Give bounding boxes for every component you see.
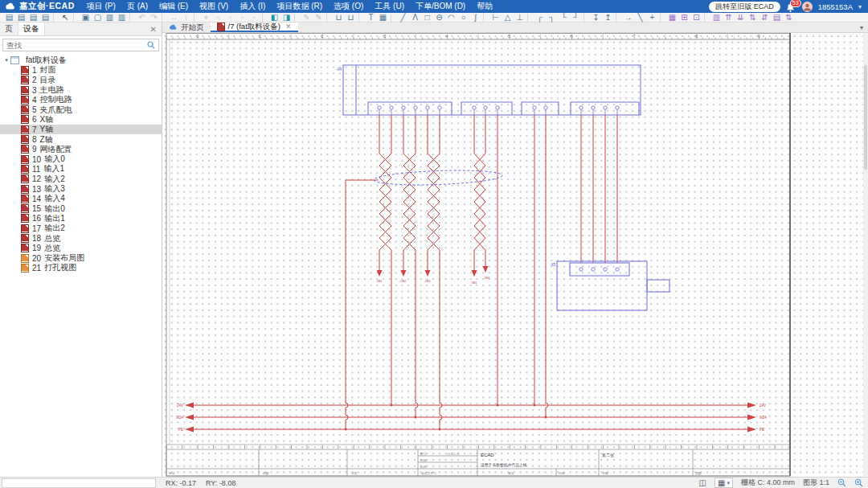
menu-insert[interactable]: 插入 (I) [234,0,271,13]
grid-display-button[interactable]: ▦ ▾ [714,478,733,488]
align-left-icon[interactable]: ▫ [212,13,224,23]
zoom-in-icon[interactable] [854,478,863,487]
bottom-terminal-block[interactable] [557,261,669,310]
corner-br-icon[interactable]: ┘ [570,13,582,23]
sidebar-tab-device[interactable]: 设备 [18,23,45,35]
tree-item-8[interactable]: 8 Z轴 [0,134,162,144]
rect-tool-icon[interactable]: □ [421,13,433,23]
sheet-pages-icon[interactable]: ◫ [699,478,706,487]
toolbar-separator[interactable] [704,14,709,22]
redo-icon[interactable]: ↷ [148,13,160,23]
menu-project[interactable]: 项目 (P) [81,0,121,13]
new-project-icon[interactable]: ▤ [3,13,15,23]
copy-icon[interactable]: ▥ [104,13,116,23]
sidebar-close-icon[interactable]: ✕ [145,25,162,34]
expand-caret-icon[interactable] [2,57,10,64]
menu-help[interactable]: 帮助 [471,0,498,13]
bezier-tool-icon[interactable]: ∫ [469,13,481,23]
toolbar-separator[interactable] [326,14,331,22]
image-tool-icon[interactable]: ▦ [377,13,389,23]
toolbar-separator[interactable] [616,14,620,22]
tree-item-2[interactable]: 2 目录 [0,76,162,85]
toolbar-separator[interactable] [53,14,58,22]
search-input[interactable] [6,41,147,50]
new-page-icon[interactable]: ▤ [15,13,27,23]
menu-edit[interactable]: 编辑 (E) [154,0,194,13]
netport-in-icon[interactable]: ↧ [590,13,602,23]
menu-order-bom[interactable]: 下单/BOM (D) [410,0,471,13]
resequence-icon[interactable]: ⇵ [759,13,771,23]
tree-item-6[interactable]: 6 X轴 [0,115,162,125]
legacy-version-button[interactable]: 跳转至旧版 ECAD [709,2,780,12]
circle-tool-icon[interactable]: ⊖ [433,13,445,23]
move-icon[interactable]: ↔ [168,13,180,23]
status-message-box[interactable] [2,478,156,488]
toolbar-separator[interactable] [262,14,267,22]
toolbar-separator[interactable] [162,14,166,22]
polyline-tool-icon[interactable]: Λ [409,13,421,23]
ground-tool-icon[interactable]: ⊥ [514,13,526,23]
tree-item-12[interactable]: 12 输入2 [0,174,162,184]
tab-list-dropdown-icon[interactable]: ▾ [855,23,868,32]
tree-root-project[interactable]: fat取料设备 [0,55,162,65]
order-cart-icon[interactable]: ⊔ [345,13,357,23]
grid-area-icon[interactable]: ▦ [666,13,678,23]
line-tool-icon[interactable]: ╱ [397,13,409,23]
toolbar-separator[interactable] [294,14,299,22]
grid-select-icon[interactable]: ⊞ [678,13,690,23]
paste-icon[interactable]: ▥ [116,13,128,23]
tree-item-14[interactable]: 14 输入4 [0,194,162,203]
toolbar-separator[interactable] [583,14,588,22]
annotate-icon[interactable]: ✎ [301,13,313,23]
cable-group-ellipse[interactable] [374,169,502,187]
search-icon[interactable] [147,41,155,49]
tree-item-19[interactable]: 19 总览 [0,244,162,253]
vertical-scrollbar[interactable] [863,33,868,477]
user-menu-caret-icon[interactable]: ▾ [858,3,862,10]
select-icon[interactable]: ▢ [92,13,104,23]
renumber-up-icon[interactable]: ⇈ [723,13,735,23]
wires[interactable] [194,115,747,429]
corner-tr-icon[interactable]: ┐ [546,13,558,23]
edit-symbol-icon[interactable]: ✎ [313,13,325,23]
toolbar-separator[interactable] [660,14,665,22]
notifications-button[interactable]: 53 [786,2,796,12]
zoom-out-icon[interactable] [837,478,846,487]
undo-icon[interactable]: ↶ [136,13,148,23]
pin-table-icon[interactable]: ▤ [771,13,783,23]
tree-item-20[interactable]: 20 安装布局图 [0,253,162,263]
toolbar-separator[interactable] [527,14,532,22]
schematic-canvas[interactable]: 01 23 45 67 89 -X4 [162,33,868,477]
toolbar-separator[interactable] [129,14,134,22]
tree-item-3[interactable]: 3 主电路 [0,85,162,95]
text-tool-icon[interactable]: T [365,13,377,23]
menu-tools[interactable]: 工具 (U) [369,0,410,13]
corner-bl-icon[interactable]: └ [558,13,570,23]
arrow-tool-icon[interactable]: → [622,13,634,23]
tree-item-18[interactable]: 18 总览 [0,233,162,243]
scrollbar-thumb[interactable] [864,65,867,170]
corner-tl-icon[interactable]: ┌ [534,13,546,23]
clipboard-icon[interactable]: ▣ [80,13,92,23]
align-grid-icon[interactable]: ⌖ [200,13,212,23]
tree-item-21[interactable]: 21 打孔视图 [0,263,162,273]
netport-out-icon[interactable]: ↥ [602,13,614,23]
menu-page[interactable]: 页 (A) [121,0,154,13]
menu-view[interactable]: 视图 (V) [194,0,234,13]
arc-tool-icon[interactable]: ◠ [445,13,457,23]
leader-line-icon[interactable]: ╲ [634,13,646,23]
tree-item-10[interactable]: 10 输入0 [0,154,162,164]
toolbar-separator[interactable] [194,14,199,22]
save-icon[interactable]: ▤ [27,13,39,23]
drag-icon[interactable]: ↕ [180,13,192,23]
netflag-tool-icon[interactable]: △ [502,13,514,23]
save-all-icon[interactable]: ▤ [39,13,51,23]
tree-item-5[interactable]: 5 夹爪配电 [0,105,162,114]
grid-highlight-icon[interactable]: ⊡ [690,13,702,23]
user-avatar[interactable] [802,2,813,12]
grid-style-icon[interactable]: ◨ [280,13,293,23]
toolbar-separator[interactable] [358,14,363,22]
username-label[interactable]: 1855153A [818,2,853,11]
tree-item-16[interactable]: 16 输出1 [0,214,162,223]
tree-item-1[interactable]: 1 封面 [0,65,162,75]
